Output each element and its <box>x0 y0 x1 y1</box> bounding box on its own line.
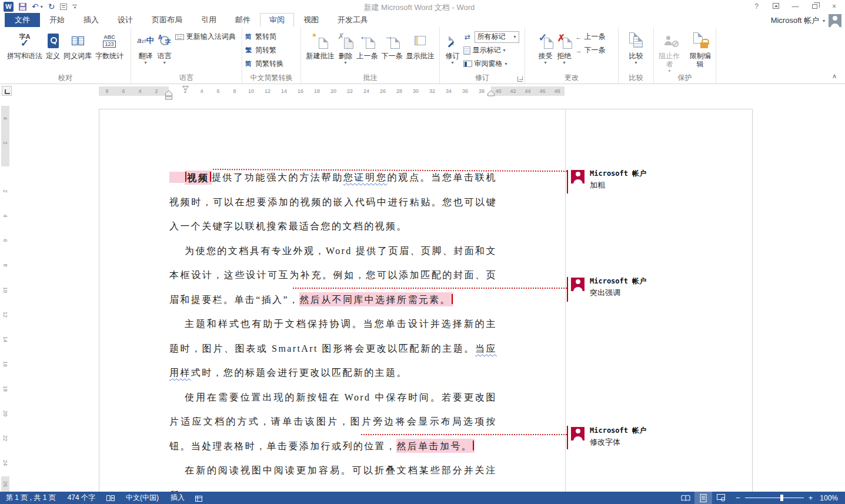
customize-quick-access-icon[interactable]: ▾ <box>72 5 77 9</box>
account-avatar[interactable] <box>829 14 841 27</box>
compare-button[interactable]: 比较 ▾ <box>627 29 646 65</box>
comment-highlight[interactable]: 然后从不同库中选择所需元素。 <box>299 292 453 306</box>
tracked-format-indent-highlight[interactable] <box>169 172 185 183</box>
keyboard-icon <box>175 34 184 40</box>
zoom-in-icon[interactable]: + <box>809 495 813 501</box>
zoom-slider[interactable] <box>745 495 804 501</box>
account-label: Microsoft 帐户 <box>771 15 819 26</box>
document-page[interactable]: 视频提供了功能强大的方法帮助您证明您的观点。当您单击联机视频时，可以在想要添加的… <box>99 109 753 492</box>
vertical-ruler[interactable]: 42 24681012141618202224 26 <box>1 106 9 492</box>
language-button[interactable]: A字 语言 ▾ <box>156 29 173 65</box>
insert-mode-indicator[interactable]: 插入 <box>165 493 191 503</box>
page-with-arrow-icon[interactable] <box>60 4 67 10</box>
tracking-dialog-launcher-icon[interactable] <box>517 76 523 82</box>
spelling-grammar-button[interactable]: 字A ✓ 拼写和语法 <box>5 29 44 60</box>
word-logo-icon[interactable]: W <box>4 2 14 12</box>
thesaurus-button[interactable]: 同义词库 <box>62 29 93 60</box>
tab-file[interactable]: 文件 <box>5 13 40 27</box>
track-changes-button[interactable]: 修订 ▾ <box>444 29 462 65</box>
collapse-ribbon-icon[interactable]: ∧ <box>832 72 837 80</box>
zoom-level[interactable]: 100% <box>819 494 845 502</box>
tab-page-layout[interactable]: 页面布局 <box>142 13 192 27</box>
paragraph[interactable]: 视频提供了功能强大的方法帮助您证明您的观点。当您单击联机视频时，可以在想要添加的… <box>169 165 497 239</box>
translate-button[interactable]: a⇄中 翻译 ▾ <box>135 29 156 65</box>
comment-text[interactable]: 突出强调 <box>590 288 646 298</box>
reviewing-pane-button[interactable]: 审阅窗格 ▾ <box>462 57 521 71</box>
restore-icon[interactable] <box>805 0 824 13</box>
update-ime-dictionary-button[interactable]: 更新输入法词典 <box>173 30 238 44</box>
zoom-control: − + <box>730 495 819 501</box>
hanging-indent-marker[interactable] <box>165 91 172 100</box>
new-comment-icon: * <box>313 30 328 51</box>
previous-change-button[interactable]: ← 上一条 <box>574 30 607 44</box>
review-comment[interactable]: Microsoft 帐户 修改字体 <box>571 427 747 448</box>
review-comment[interactable]: Microsoft 帐户 突出强调 <box>571 278 747 298</box>
convert-toggle-button[interactable]: 简 简繁转换 <box>242 57 285 71</box>
group-label-protect: 保护 <box>654 74 716 84</box>
trad-to-simp-button[interactable]: 简 繁转简 <box>242 30 285 44</box>
zoom-out-icon[interactable]: − <box>736 495 740 501</box>
web-layout-view-button[interactable] <box>712 492 730 504</box>
close-icon[interactable]: × <box>824 0 844 13</box>
ribbon-display-options-icon[interactable] <box>766 0 786 13</box>
comment-text[interactable]: 修改字体 <box>590 437 646 448</box>
new-comment-button[interactable]: * 新建批注 <box>305 29 336 60</box>
convert-char-icon: 简 <box>244 59 253 68</box>
reject-button[interactable]: ✗ 拒绝 ▾ <box>555 29 574 65</box>
account-area[interactable]: Microsoft 帐户 ▾ <box>771 14 841 27</box>
show-comments-button[interactable]: 显示批注 <box>405 29 436 60</box>
ruler-number: 16 <box>292 86 309 96</box>
next-comment-button[interactable]: → 下一条 <box>380 29 405 60</box>
display-for-review-select[interactable]: 所有标记 ▾ <box>475 31 519 43</box>
paragraph[interactable]: 使用在需要位置出现的新按钮在 Word 中保存时间。若要更改图片适应文档的方式，… <box>169 385 497 459</box>
comment-text[interactable]: 加粗 <box>590 180 646 191</box>
save-icon[interactable] <box>19 3 26 11</box>
previous-comment-button[interactable]: ← 上一条 <box>355 29 380 60</box>
comment-author: Microsoft 帐户 <box>590 170 646 178</box>
minimize-icon[interactable]: — <box>786 0 805 13</box>
next-change-button[interactable]: → 下一条 <box>574 44 607 57</box>
tab-review[interactable]: 审阅 <box>260 13 294 27</box>
macro-recording-icon[interactable] <box>191 495 207 502</box>
page-indicator[interactable]: 第 1 页 , 共 1 页 <box>0 493 62 503</box>
tab-view[interactable]: 视图 <box>294 13 328 27</box>
proofing-status-icon[interactable] <box>101 494 120 502</box>
undo-dropdown-icon[interactable]: ▾ <box>41 4 43 9</box>
group-tracking: 修订 ▾ ⇄ 所有标记 ▾ 显示标记 ▾ 审阅窗格 <box>440 27 525 84</box>
paragraph[interactable]: 主题和样式也有助于文档保持协调。当您单击设计并选择新的主题时，图片、图表或 Sm… <box>169 312 497 385</box>
tab-references[interactable]: 引用 <box>192 13 226 27</box>
paragraph[interactable]: 为使您的文档具有专业外观，Word 提供了页眉、页脚、封面和文本框设计，这些设计… <box>169 239 497 312</box>
language-indicator[interactable]: 中文(中国) <box>120 493 165 503</box>
show-markup-button[interactable]: 显示标记 ▾ <box>462 44 521 57</box>
simp-to-trad-button[interactable]: 繁 简转繁 <box>242 44 285 57</box>
tab-developer[interactable]: 开发工具 <box>328 13 378 27</box>
right-indent-marker[interactable] <box>487 91 495 96</box>
delete-comment-button[interactable]: ✗ 删除 ▾ <box>336 29 355 65</box>
define-button[interactable]: 定义 <box>44 29 62 60</box>
review-comment[interactable]: Microsoft 帐户 加粗 <box>571 170 747 191</box>
undo-icon[interactable]: ↶ <box>32 2 39 11</box>
redo-icon[interactable]: ↻ <box>48 2 55 11</box>
tracked-format-highlight[interactable]: 视频 <box>185 171 212 185</box>
zoom-slider-thumb[interactable] <box>780 495 783 501</box>
tab-design[interactable]: 设计 <box>108 13 142 27</box>
help-icon[interactable]: ? <box>747 0 766 13</box>
document-text[interactable]: 视频提供了功能强大的方法帮助您证明您的观点。当您单击联机视频时，可以在想要添加的… <box>169 165 497 492</box>
tab-home[interactable]: 开始 <box>40 13 74 27</box>
tracked-change-bar <box>210 172 211 182</box>
comment-connector-line <box>361 434 567 435</box>
grammar-check-underline[interactable]: 您证明您 <box>343 172 388 182</box>
comment-change-bar <box>567 277 568 302</box>
comment-highlight[interactable]: 然后单击加号。 <box>396 439 475 453</box>
word-count-button[interactable]: ABC123 字数统计 <box>93 29 125 60</box>
word-count-indicator[interactable]: 474 个字 <box>62 493 101 503</box>
accept-button[interactable]: ✓ 接受 ▾ <box>536 29 555 65</box>
paragraph[interactable]: 在新的阅读视图中阅读更加容易。可以折叠文档某些部分并关注所 <box>169 458 497 492</box>
restrict-editing-button[interactable]: 限制编辑 <box>685 29 716 68</box>
read-mode-view-button[interactable] <box>677 492 694 504</box>
tab-stop-selector[interactable] <box>2 86 12 96</box>
tab-insert[interactable]: 插入 <box>74 13 108 27</box>
print-layout-view-button[interactable] <box>694 492 712 504</box>
tab-mailings[interactable]: 邮件 <box>226 13 260 27</box>
first-line-indent-marker[interactable] <box>182 86 189 91</box>
